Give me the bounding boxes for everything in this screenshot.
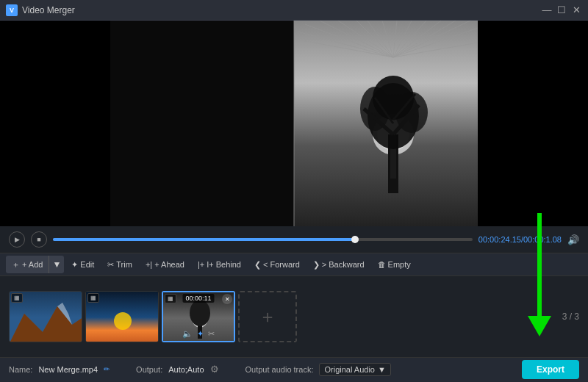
output-value: Auto;Auto [168,365,204,374]
clip-close-button[interactable]: ✕ [222,294,232,304]
add-clip-placeholder[interactable]: ＋ [238,291,297,342]
empty-button[interactable]: 🗑 Empty [372,256,417,273]
arrow-line [537,213,542,316]
volume-small-icon[interactable]: 🔈 [182,329,193,339]
export-button[interactable]: Export [522,360,579,379]
minimize-button[interactable]: — [541,4,553,16]
clip-item[interactable]: ▦ [85,291,159,342]
svg-point-43 [190,300,210,326]
stop-button[interactable]: ■ [31,231,47,248]
ahead-icon: +| [146,260,152,269]
progress-bar[interactable] [53,238,473,241]
clip-time: 00:00:11 [182,294,214,303]
audio-label: Output audio track: [245,365,314,374]
behind-icon: |+ [198,260,204,269]
output-settings-icon[interactable]: ⚙ [210,364,219,375]
add-button-group[interactable]: ＋ + Add ▼ [6,256,64,273]
add-large-icon: ＋ [259,305,276,328]
clip-counter: 3 / 3 [562,311,579,322]
add-main-button[interactable]: ＋ + Add [6,259,49,270]
svg-point-39 [114,312,132,330]
edit-icon: ✦ [71,260,78,270]
svg-point-28 [373,76,414,120]
close-button[interactable]: ✕ [570,4,582,16]
name-label: Name: [9,365,32,374]
preview-wrapper [0,21,588,226]
app-icon: V [6,4,18,16]
maximize-button[interactable]: ☐ [556,4,567,16]
window-controls: — ☐ ✕ [541,4,582,16]
titlebar: V Video Merger — ☐ ✕ [0,0,588,21]
video-preview [110,21,478,226]
audio-track-value: Original Audio [324,365,375,374]
behind-button[interactable]: |+ I+ Behind [192,256,247,273]
edit-name-icon[interactable]: ✏ [104,365,110,373]
dropdown-chevron-icon: ▼ [378,365,386,374]
ahead-button[interactable]: +| + Ahead [140,256,190,273]
name-value: New Merge.mp4 [38,365,98,374]
scissors-icon: ✂ [107,260,114,270]
clip-item[interactable]: ▦ [9,291,82,342]
add-dropdown-button[interactable]: ▼ [49,256,64,273]
forward-button[interactable]: ❮ < Forward [248,256,306,273]
volume-icon[interactable]: 🔊 [567,234,579,245]
clip-item-selected[interactable]: ▦ 00:00:11 ✕ 🔈 ✦ ✂ [162,291,235,342]
clip-controls: 🔈 ✦ ✂ [163,329,234,339]
progress-area: ▶ ■ 00:00:24.15/00:00:1.08 🔊 [0,226,588,253]
trash-icon: 🗑 [378,260,386,269]
clip-badge: ▦ [165,294,176,303]
bottom-bar: Name: New Merge.mp4 ✏ Output: Auto;Auto … [0,357,588,381]
svg-rect-4 [294,145,478,226]
toolbar: ＋ + Add ▼ ✦ Edit ✂ Trim +| + Ahead |+ I+… [0,253,588,276]
clip-strip: ▦ ▦ [0,276,588,357]
forward-icon: ❮ [254,260,261,270]
trim-button[interactable]: ✂ Trim [101,256,138,273]
progress-knob[interactable] [351,236,359,243]
edit-button[interactable]: ✦ Edit [65,256,100,273]
titlebar-left: V Video Merger [6,4,75,16]
add-label: + Add [22,260,43,269]
settings-small-icon[interactable]: ✦ [197,329,204,339]
output-label: Output: [136,365,162,374]
arrow-head [528,316,551,336]
backward-icon: ❯ [313,260,320,270]
plus-icon: ＋ [12,259,20,270]
play-button[interactable]: ▶ [9,231,25,248]
scissors-small-icon[interactable]: ✂ [208,329,215,339]
svg-rect-1 [110,21,294,226]
clip-badge: ▦ [11,293,23,303]
audio-track-dropdown[interactable]: Original Audio ▼ [319,363,390,376]
clip-badge: ▦ [87,293,99,303]
backward-button[interactable]: ❯ > Backward [307,256,370,273]
green-arrow-indicator [528,213,551,336]
progress-fill [53,238,355,241]
app-title: Video Merger [22,5,75,15]
